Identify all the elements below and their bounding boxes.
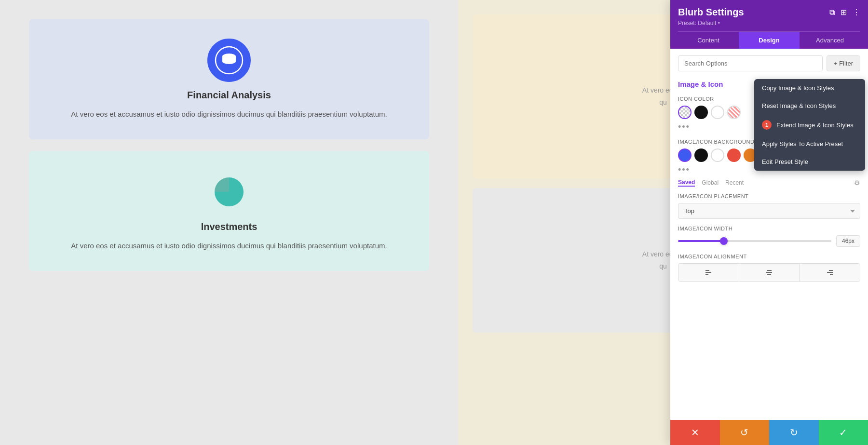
undo-icon: ↺ (740, 427, 748, 438)
menu-item-reset-label: Reset Image & Icon Styles (762, 102, 836, 109)
icon-color-transparent[interactable] (678, 106, 692, 119)
section-title-image-icon: Image & Icon (678, 80, 723, 88)
panel-footer: ✕ ↺ ↻ ✓ (670, 420, 868, 445)
context-menu: Copy Image & Icon Styles Reset Image & I… (754, 79, 865, 171)
menu-item-reset[interactable]: Reset Image & Icon Styles (754, 97, 865, 115)
placement-label: Image/Icon Placement (678, 193, 860, 199)
blurb-card-investments: Investments At vero eos et accusamus et … (29, 151, 429, 271)
panel-title-row: Blurb Settings ⧉ ⊞ ⋮ (678, 7, 860, 18)
search-row: + Filter (678, 55, 860, 71)
menu-item-extend-label: Extend Image & Icon Styles (776, 121, 854, 129)
panel-header-icons: ⧉ ⊞ ⋮ (829, 8, 860, 17)
slider-thumb (720, 237, 728, 245)
copy-icon[interactable]: ⧉ (829, 8, 835, 17)
color-tab-global[interactable]: Global (702, 179, 719, 186)
color-tabs: Saved Global Recent ⚙ (678, 179, 860, 187)
right-area: At vero eos etqu At vero eos etqu Blurb … (458, 0, 868, 445)
bg-color-black[interactable] (694, 148, 708, 162)
section-header-image-icon: Image & Icon ≡ Copy Image & Icon Styles … (678, 79, 860, 89)
width-slider[interactable] (678, 240, 831, 242)
bg-color-blue[interactable] (678, 148, 692, 162)
align-left-button[interactable] (678, 264, 739, 281)
icon-color-black[interactable] (694, 106, 708, 119)
menu-item-copy-label: Copy Image & Icon Styles (762, 84, 834, 92)
align-center-icon (765, 269, 773, 276)
save-button[interactable]: ✓ (819, 420, 868, 445)
bg-color-white[interactable] (711, 148, 724, 162)
filter-button[interactable]: + Filter (827, 55, 860, 71)
redo-icon: ↻ (790, 427, 798, 438)
menu-item-edit-preset-label: Edit Preset Style (762, 158, 808, 165)
align-left-icon (705, 269, 712, 276)
color-tab-saved[interactable]: Saved (678, 179, 695, 187)
tab-design[interactable]: Design (739, 32, 800, 49)
pie-icon (210, 173, 248, 211)
card-desc-financial: At vero eos et accusamus et iusto odio d… (71, 108, 387, 120)
panel-preset: Preset: Default • (678, 20, 860, 27)
panel-tabs: Content Design Advanced (678, 31, 860, 49)
align-right-icon (826, 269, 834, 276)
align-center-button[interactable] (739, 264, 800, 281)
card-title-financial: Financial Analysis (187, 90, 271, 101)
menu-item-apply-preset-label: Apply Styles To Active Preset (762, 140, 843, 148)
icon-color-edit[interactable] (727, 106, 741, 119)
tab-advanced[interactable]: Advanced (800, 32, 860, 49)
menu-item-edit-preset[interactable]: Edit Preset Style (754, 153, 865, 171)
menu-item-copy[interactable]: Copy Image & Icon Styles (754, 79, 865, 97)
menu-item-apply-preset[interactable]: Apply Styles To Active Preset (754, 135, 865, 153)
icon-wrap-investments (207, 170, 251, 214)
grid-icon[interactable]: ⊞ (841, 8, 847, 17)
align-right-button[interactable] (800, 264, 860, 281)
alignment-label: Image/Icon Alignment (678, 254, 860, 259)
card-desc-investments: At vero eos et accusamus et iusto odio d… (71, 240, 387, 252)
icon-color-white[interactable] (711, 106, 724, 119)
settings-panel: Blurb Settings ⧉ ⊞ ⋮ Preset: Default • C… (670, 0, 868, 445)
redo-button[interactable]: ↻ (769, 420, 819, 445)
card-title-investments: Investments (201, 221, 258, 232)
bg-color-red[interactable] (727, 148, 741, 162)
alignment-row (678, 263, 860, 282)
more-icon[interactable]: ⋮ (853, 8, 860, 17)
cancel-icon: ✕ (691, 427, 699, 438)
main-content: Financial Analysis At vero eos et accusa… (0, 0, 458, 445)
placement-select[interactable]: Top Left Right (678, 203, 860, 219)
panel-title: Blurb Settings (678, 7, 744, 18)
coin-icon (215, 46, 244, 75)
slider-row (678, 235, 860, 247)
width-value[interactable] (836, 235, 860, 247)
search-input[interactable] (678, 55, 823, 71)
icon-wrap-financial (207, 39, 251, 82)
extend-badge: 1 (762, 120, 772, 130)
panel-body: + Filter Image & Icon ≡ Copy Image & Ico… (670, 49, 868, 420)
blurb-card-financial: Financial Analysis At vero eos et accusa… (29, 19, 429, 139)
panel-header: Blurb Settings ⧉ ⊞ ⋮ Preset: Default • C… (670, 0, 868, 49)
filter-label: + Filter (834, 60, 853, 67)
color-settings-icon[interactable]: ⚙ (854, 179, 860, 187)
tab-content[interactable]: Content (678, 32, 739, 49)
menu-item-extend[interactable]: 1 Extend Image & Icon Styles (754, 115, 865, 135)
save-icon: ✓ (839, 427, 847, 438)
cancel-button[interactable]: ✕ (670, 420, 720, 445)
svg-point-5 (222, 58, 236, 64)
width-label: Image/Icon Width (678, 226, 860, 231)
undo-button[interactable]: ↺ (720, 420, 770, 445)
color-tab-recent[interactable]: Recent (725, 179, 744, 186)
